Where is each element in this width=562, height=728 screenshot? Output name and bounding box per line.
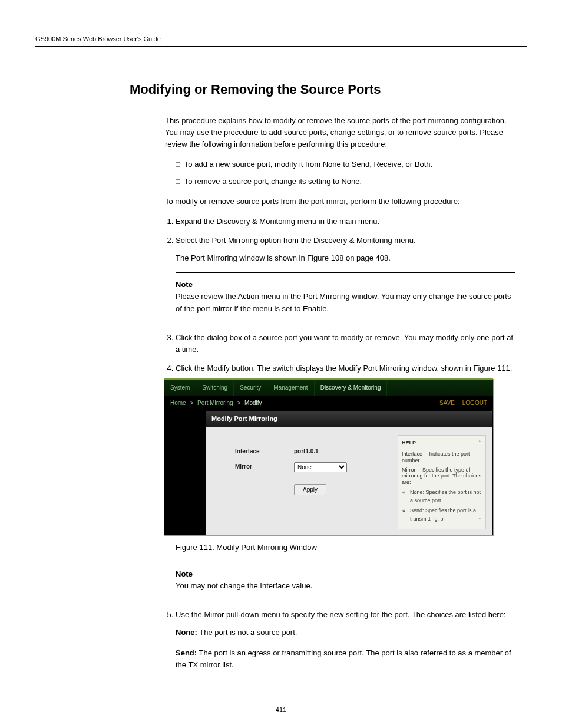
help-interface-text: Interface— Indicates the port number. bbox=[402, 451, 482, 464]
mirror-select[interactable]: None bbox=[294, 462, 347, 472]
step-4: Click the Modify button. The switch disp… bbox=[176, 364, 512, 373]
step-3: Click the dialog box of a source port yo… bbox=[176, 332, 515, 355]
help-li-send: Send: Specifies the port is a transmitti… bbox=[410, 507, 482, 523]
help-panel: HELP Interface— Indicates the port numbe… bbox=[398, 435, 486, 529]
scroll-up-icon[interactable]: ˄ bbox=[478, 439, 484, 447]
tab-management[interactable]: Management bbox=[267, 380, 314, 396]
mirror-label: Mirror bbox=[235, 462, 270, 472]
header-left: GS900M Series Web Browser User's Guide bbox=[35, 35, 161, 42]
note-label-2: Note bbox=[176, 569, 193, 578]
help-mirror-text: Mirror— Specifies the type of mirroring … bbox=[402, 467, 482, 486]
tab-security[interactable]: Security bbox=[234, 380, 267, 396]
page-number: 411 bbox=[35, 706, 527, 713]
note-label-1: Note bbox=[176, 280, 193, 289]
panel-title: Modify Port Mirroring bbox=[206, 411, 492, 427]
help-li-none: None: Specifies the port is not a source… bbox=[410, 489, 482, 505]
steps-intro: To modify or remove source ports from th… bbox=[165, 196, 515, 207]
save-link[interactable]: SAVE bbox=[439, 400, 455, 406]
interface-label: Interface bbox=[235, 447, 270, 456]
logout-link[interactable]: LOGOUT bbox=[462, 400, 487, 406]
opt-send-label: Send: bbox=[176, 648, 197, 657]
note-block-2: Note You may not change the Interface va… bbox=[176, 562, 515, 598]
step-2-sub: The Port Mirroring window is shown in Fi… bbox=[176, 252, 515, 264]
opt-send-text: The port is an egress or transmitting so… bbox=[176, 648, 511, 669]
bc-modify: Modify bbox=[244, 400, 262, 406]
interface-value: port1.0.1 bbox=[294, 447, 319, 456]
step-2: Select the Port Mirroring option from th… bbox=[176, 236, 416, 245]
bc-port-mirroring[interactable]: Port Mirroring bbox=[197, 400, 233, 406]
tab-switching[interactable]: Switching bbox=[196, 380, 234, 396]
tab-discovery-monitoring[interactable]: Discovery & Monitoring bbox=[315, 380, 388, 396]
section-title: Modifying or Removing the Source Ports bbox=[130, 82, 527, 97]
bc-home[interactable]: Home bbox=[170, 400, 186, 406]
opt-none-text: The port is not a source port. bbox=[197, 628, 297, 637]
apply-button[interactable]: Apply bbox=[294, 484, 326, 495]
scroll-down-icon[interactable]: ˅ bbox=[478, 517, 484, 525]
breadcrumb: Home > Port Mirroring > Modify SAVE LOGO… bbox=[164, 396, 493, 410]
figure-caption: Figure 111. Modify Port Mirroring Window bbox=[176, 542, 515, 554]
tab-system[interactable]: System bbox=[164, 380, 196, 396]
bullet-2: To remove a source port, change its sett… bbox=[184, 177, 362, 186]
note-block-1: Note Please review the Action menu in th… bbox=[176, 272, 515, 321]
note-1-text: Please review the Action menu in the Por… bbox=[176, 292, 511, 312]
intro-text: This procedure explains how to modify or… bbox=[165, 115, 515, 150]
bullet-1: To add a new source port, modify it from… bbox=[184, 160, 432, 169]
opt-none-label: None: bbox=[176, 628, 197, 637]
step-5: Use the Mirror pull-down menu to specify… bbox=[176, 610, 505, 619]
ss-sidebar bbox=[164, 410, 206, 535]
screenshot-modify-port-mirroring: System Switching Security Management Dis… bbox=[164, 379, 494, 536]
step-1: Expand the Discovery & Monitoring menu i… bbox=[176, 216, 515, 228]
nav-tabs: System Switching Security Management Dis… bbox=[164, 380, 493, 396]
note-2-text: You may not change the Interface value. bbox=[176, 581, 312, 590]
help-title: HELP bbox=[402, 439, 416, 447]
